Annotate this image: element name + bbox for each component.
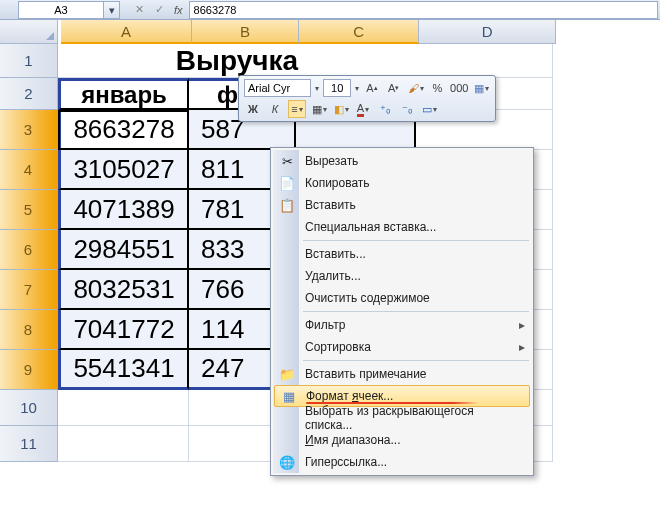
row-header-9[interactable]: 9 xyxy=(0,350,58,390)
ctx-insert[interactable]: Вставить... xyxy=(273,243,531,265)
title-cell[interactable]: Выручка xyxy=(58,44,416,78)
center-align-button[interactable]: ≡ xyxy=(288,100,306,118)
comma-style-icon[interactable]: 000 xyxy=(450,79,468,97)
cell-A6[interactable]: 2984551 xyxy=(58,230,189,270)
number-format-icon[interactable]: ▦ xyxy=(472,79,490,97)
col-header-C[interactable]: C xyxy=(299,20,419,44)
row-header-2[interactable]: 2 xyxy=(0,78,58,110)
ctx-insert-comment[interactable]: 📁 Вставить примечание xyxy=(273,363,531,385)
increase-decimal-icon[interactable]: ⁺₀ xyxy=(376,100,394,118)
shrink-font-icon[interactable]: A▾ xyxy=(385,79,403,97)
context-menu: ✂ Вырезать 📄 Копировать 📋 Вставить Специ… xyxy=(270,147,534,476)
row-header-8[interactable]: 8 xyxy=(0,310,58,350)
font-family-combo[interactable]: Arial Cyr xyxy=(244,79,311,97)
accept-formula-icon: ✓ xyxy=(150,2,168,18)
mini-toolbar: Arial Cyr ▾ 10 ▾ A▴ A▾ 🖌 % 000 ▦ Ж К ≡ ▦… xyxy=(238,75,496,122)
format-cells-icon: ▦ xyxy=(280,387,298,405)
hyperlink-icon: 🌐 xyxy=(278,453,296,471)
cell-A7[interactable]: 8032531 xyxy=(58,270,189,310)
scissors-icon: ✂ xyxy=(278,152,296,170)
row-header-10[interactable]: 10 xyxy=(0,390,58,426)
cell-A3[interactable]: 8663278 xyxy=(58,110,189,150)
column-headers: A B C D xyxy=(61,20,556,44)
comment-icon: 📁 xyxy=(278,365,296,383)
row-header-11[interactable]: 11 xyxy=(0,426,58,462)
font-size-combo[interactable]: 10 xyxy=(323,79,351,97)
col-header-D[interactable]: D xyxy=(419,20,556,44)
col-header-B[interactable]: B xyxy=(192,20,299,44)
font-color-button[interactable]: A xyxy=(354,100,372,118)
row-header-3[interactable]: 3 xyxy=(0,110,58,150)
ctx-name-range[interactable]: Имя диапазона... xyxy=(273,429,531,451)
ctx-clear[interactable]: Очистить содержимое xyxy=(273,287,531,309)
italic-button[interactable]: К xyxy=(266,100,284,118)
ctx-paste-special[interactable]: Специальная вставка... xyxy=(273,216,531,238)
submenu-arrow-icon: ▸ xyxy=(519,318,525,332)
format-painter-icon[interactable]: 🖌 xyxy=(407,79,425,97)
grow-font-icon[interactable]: A▴ xyxy=(363,79,381,97)
row-header-5[interactable]: 5 xyxy=(0,190,58,230)
fx-icon[interactable]: fx xyxy=(174,4,183,16)
ctx-hyperlink[interactable]: 🌐 Гиперссылка... xyxy=(273,451,531,473)
name-box[interactable]: A3 xyxy=(18,1,104,19)
borders-button[interactable]: ▦ xyxy=(310,100,328,118)
ctx-filter[interactable]: Фильтр ▸ xyxy=(273,314,531,336)
paste-icon: 📋 xyxy=(278,196,296,214)
cell-A4[interactable]: 3105027 xyxy=(58,150,189,190)
row-header-4[interactable]: 4 xyxy=(0,150,58,190)
cell-A8[interactable]: 7041772 xyxy=(58,310,189,350)
col-header-A[interactable]: A xyxy=(61,20,192,44)
copy-icon: 📄 xyxy=(278,174,296,192)
cell-A5[interactable]: 4071389 xyxy=(58,190,189,230)
name-box-dropdown[interactable]: ▾ xyxy=(104,1,120,19)
cell-D1[interactable] xyxy=(416,44,553,78)
row-header-1[interactable]: 1 xyxy=(0,44,58,78)
percent-style-icon[interactable]: % xyxy=(428,79,446,97)
ctx-sort[interactable]: Сортировка ▸ xyxy=(273,336,531,358)
select-all-corner[interactable] xyxy=(0,20,58,44)
bold-button[interactable]: Ж xyxy=(244,100,262,118)
cell-A11[interactable] xyxy=(58,426,189,462)
formula-input[interactable]: 8663278 xyxy=(189,1,658,19)
fill-color-button[interactable]: ◧ xyxy=(332,100,350,118)
formula-bar: A3 ▾ ✕ ✓ fx 8663278 xyxy=(0,0,660,20)
ctx-cut[interactable]: ✂ Вырезать xyxy=(273,150,531,172)
ctx-copy[interactable]: 📄 Копировать xyxy=(273,172,531,194)
ctx-delete[interactable]: Удалить... xyxy=(273,265,531,287)
cell-A10[interactable] xyxy=(58,390,189,426)
row-header-6[interactable]: 6 xyxy=(0,230,58,270)
row-header-7[interactable]: 7 xyxy=(0,270,58,310)
merge-cells-icon[interactable]: ▭ xyxy=(420,100,438,118)
ctx-pick-from-list[interactable]: Выбрать из раскрывающегося списка... xyxy=(273,407,531,429)
header-january[interactable]: январь xyxy=(58,78,189,110)
decrease-decimal-icon[interactable]: ⁻₀ xyxy=(398,100,416,118)
cell-A9[interactable]: 5541341 xyxy=(58,350,189,390)
submenu-arrow-icon: ▸ xyxy=(519,340,525,354)
ctx-paste[interactable]: 📋 Вставить xyxy=(273,194,531,216)
cancel-formula-icon: ✕ xyxy=(130,2,148,18)
